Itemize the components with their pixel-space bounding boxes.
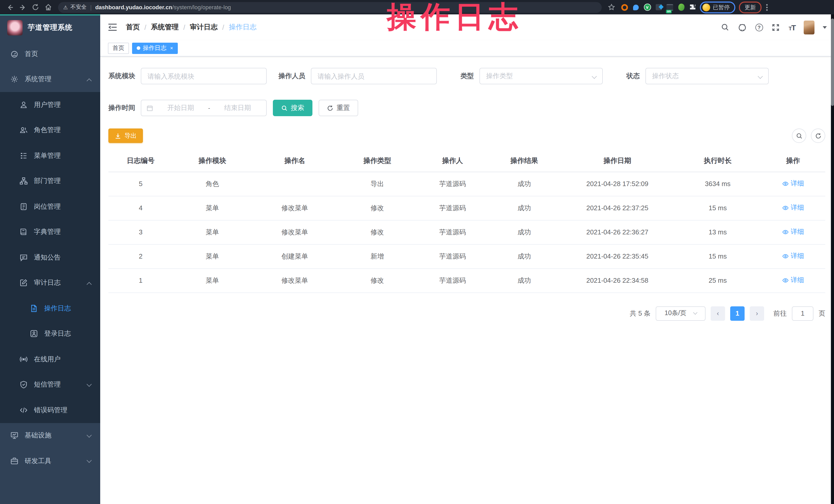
cell-date: 2021-04-26 22:37:25 (560, 196, 675, 220)
reset-button-label: 重置 (336, 103, 350, 113)
filter-row-2: 操作时间 开始日期 - 结束日期 搜索 (108, 100, 825, 116)
reset-button[interactable]: 重置 (319, 100, 358, 116)
sidebar-item-operate-log[interactable]: 操作日志 (0, 295, 100, 321)
show-search-circle-button[interactable] (792, 129, 806, 143)
detail-link[interactable]: 详细 (782, 276, 804, 285)
tag-close-icon[interactable]: × (170, 45, 173, 51)
export-button[interactable]: 导出 (108, 129, 143, 143)
cell-operator: 芋道源码 (417, 220, 488, 244)
sidebar-item-label: 岗位管理 (34, 202, 61, 211)
browser-home-icon[interactable] (43, 2, 54, 13)
user-avatar[interactable] (804, 20, 814, 34)
tag-home[interactable]: 首页 (108, 42, 129, 54)
sidebar-item-role-management[interactable]: 角色管理 (0, 117, 100, 143)
page-size-select[interactable]: 10条/页 (656, 306, 705, 321)
status-select[interactable]: 操作状态 (645, 68, 769, 84)
sitemap-icon (20, 177, 28, 185)
extension-gem-icon[interactable] (655, 3, 662, 11)
sidebar-item-menu-management[interactable]: 菜单管理 (0, 143, 100, 168)
cell-result: 成功 (488, 172, 560, 196)
browser-forward-icon[interactable] (17, 2, 28, 13)
page-size-value: 10条/页 (665, 309, 686, 318)
page-scrollbar[interactable] (831, 15, 834, 504)
sidebar-item-sms-management[interactable]: 短信管理 (0, 372, 100, 397)
sidebar-item-label: 研发工具 (25, 457, 51, 466)
browser-reload-icon[interactable] (30, 2, 41, 13)
calendar-icon (147, 105, 153, 111)
sidebar-item-online-users[interactable]: 在线用户 (0, 347, 100, 372)
bookmark-star-icon[interactable] (606, 2, 617, 13)
search-icon[interactable] (720, 23, 729, 32)
breadcrumb-system[interactable]: 系统管理 (151, 23, 179, 32)
detail-link[interactable]: 详细 (782, 203, 804, 213)
sidebar-item-infrastructure[interactable]: 基础设施 (0, 423, 100, 448)
end-date-placeholder: 结束日期 (214, 103, 261, 113)
sidebar-item-label: 基础设施 (25, 431, 51, 440)
cell-log-id: 3 (108, 220, 173, 244)
extension-orange-ring-icon[interactable] (621, 3, 629, 11)
next-page-button[interactable]: › (750, 306, 764, 321)
extension-puzzle-icon[interactable] (688, 3, 696, 11)
sidebar-item-label: 操作日志 (44, 304, 71, 313)
extension-database-icon[interactable]: on (666, 3, 674, 11)
breadcrumb-audit[interactable]: 审计日志 (190, 23, 218, 32)
sidebar-item-home[interactable]: 首页 (0, 41, 100, 67)
fullscreen-icon[interactable] (771, 23, 780, 32)
refresh-circle-button[interactable] (811, 129, 825, 143)
user-menu-caret-icon[interactable] (823, 26, 827, 28)
sidebar-item-label: 菜单管理 (34, 151, 61, 160)
extension-pin-icon[interactable] (632, 3, 640, 11)
detail-link[interactable]: 详细 (782, 179, 804, 189)
chevron-up-icon (87, 78, 92, 83)
browser-menu-icon[interactable] (766, 4, 768, 10)
chevron-down-icon (693, 310, 697, 315)
breadcrumb-home[interactable]: 首页 (126, 23, 140, 32)
sidebar-item-post-management[interactable]: 岗位管理 (0, 194, 100, 219)
table-row: 3 菜单 修改菜单 修改 芋道源码 成功 2021-04-26 22:36:27… (108, 220, 825, 244)
cell-operator: 芋道源码 (417, 172, 488, 196)
sidebar-item-dept-management[interactable]: 部门管理 (0, 168, 100, 194)
cell-date: 2021-04-26 22:35:45 (560, 244, 675, 268)
cell-module: 菜单 (173, 220, 252, 244)
sidebar-item-label: 用户管理 (34, 100, 61, 109)
sidebar-menu: 首页 系统管理 用户管理 角色管理 菜单管理 (0, 41, 100, 474)
browser-update-button[interactable]: 更新 (739, 1, 762, 13)
page-number-1[interactable]: 1 (730, 306, 745, 321)
date-range-picker[interactable]: 开始日期 - 结束日期 (141, 100, 267, 116)
shield-icon (20, 381, 28, 389)
app-logo-bar[interactable]: 芋道管理系统 (0, 15, 100, 41)
sidebar-item-system-management[interactable]: 系统管理 (0, 67, 100, 92)
goto-page-input[interactable] (792, 306, 813, 321)
sidebar-item-dict-management[interactable]: 字典管理 (0, 219, 100, 245)
sidebar-item-error-code[interactable]: 错误码管理 (0, 397, 100, 423)
cell-operator: 芋道源码 (417, 244, 488, 268)
cell-operator: 芋道源码 (417, 268, 488, 292)
operator-input[interactable] (311, 68, 437, 84)
prev-page-button[interactable]: ‹ (711, 306, 725, 321)
module-input[interactable] (141, 68, 267, 84)
sidebar-item-dev-tools[interactable]: 研发工具 (0, 448, 100, 474)
help-icon[interactable]: ? (755, 23, 763, 31)
cell-name: 创建菜单 (252, 244, 338, 268)
detail-link[interactable]: 详细 (782, 227, 804, 237)
profile-paused-pill[interactable]: 已暂停 (700, 1, 736, 13)
extension-green-v-icon[interactable]: v (643, 3, 651, 11)
search-button[interactable]: 搜索 (273, 100, 312, 116)
chevron-down-icon (758, 74, 763, 79)
col-name: 操作名 (252, 150, 338, 172)
detail-link[interactable]: 详细 (782, 251, 804, 261)
sidebar-collapse-icon[interactable] (107, 22, 118, 32)
sidebar-item-audit-log[interactable]: 审计日志 (0, 270, 100, 295)
scrollbar-thumb[interactable] (831, 19, 834, 106)
sidebar-item-notice[interactable]: 通知公告 (0, 245, 100, 270)
browser-back-icon[interactable] (4, 2, 16, 13)
type-select[interactable]: 操作类型 (479, 68, 603, 84)
sidebar-item-login-log[interactable]: 登录日志 (0, 321, 100, 347)
font-size-icon[interactable]: TT (789, 23, 795, 31)
sidebar-item-user-management[interactable]: 用户管理 (0, 92, 100, 117)
github-icon[interactable] (738, 23, 747, 32)
extension-leaf-icon[interactable] (677, 3, 685, 11)
tag-operate-log[interactable]: 操作日志 × (132, 42, 178, 54)
pagination: 共 5 条 10条/页 ‹ 1 › 前往 页 (108, 306, 825, 321)
cell-result: 成功 (488, 268, 560, 292)
